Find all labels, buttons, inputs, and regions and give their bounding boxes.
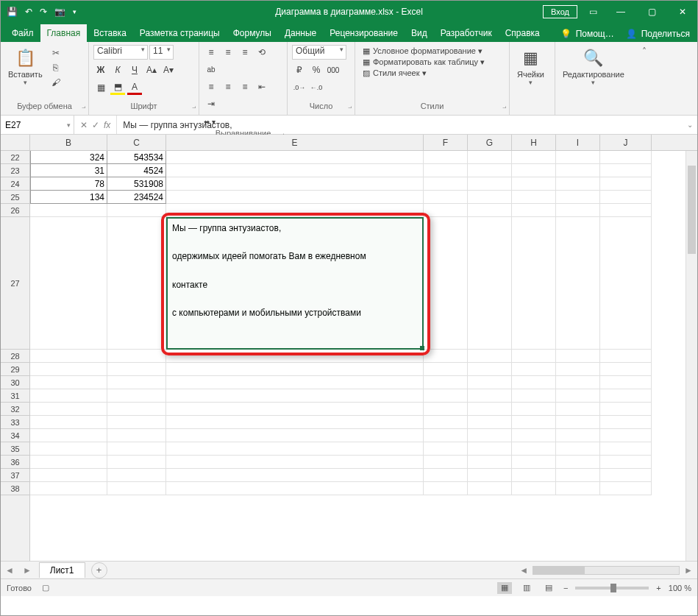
cell[interactable] xyxy=(556,403,600,416)
format-as-table-button[interactable]: ▦Форматировать как таблицу ▾ xyxy=(360,57,488,67)
cell[interactable]: 31 xyxy=(30,164,107,177)
cell[interactable] xyxy=(600,429,652,442)
zoom-out-button[interactable]: − xyxy=(563,584,568,592)
cell[interactable] xyxy=(600,403,652,416)
formula-input[interactable]: Мы — группа энтузиастов, xyxy=(117,120,683,130)
cell[interactable] xyxy=(600,204,652,217)
name-box[interactable]: E27 xyxy=(1,116,74,134)
decrease-indent-icon[interactable]: ⇤ xyxy=(254,79,269,94)
cell[interactable] xyxy=(424,151,468,164)
column-header[interactable]: E xyxy=(166,135,424,150)
cell[interactable]: 78 xyxy=(30,177,107,191)
cell[interactable] xyxy=(107,389,166,403)
cell[interactable] xyxy=(512,363,556,376)
zoom-thumb[interactable] xyxy=(610,584,616,592)
cell[interactable] xyxy=(468,177,512,191)
wrap-text-icon[interactable]: ab xyxy=(204,62,218,77)
cell[interactable] xyxy=(600,456,652,469)
select-all-corner[interactable] xyxy=(1,135,29,151)
cell[interactable]: 531908 xyxy=(107,177,166,191)
cell[interactable] xyxy=(30,350,107,363)
cell[interactable] xyxy=(600,151,652,164)
horizontal-scrollbar[interactable] xyxy=(533,566,680,575)
cancel-icon[interactable]: ✕ xyxy=(80,120,88,130)
cell[interactable] xyxy=(166,350,424,363)
cell[interactable] xyxy=(30,429,107,442)
cell[interactable] xyxy=(468,191,512,204)
cell[interactable] xyxy=(424,350,468,363)
row-header[interactable]: 32 xyxy=(1,403,29,416)
hscroll-left-icon[interactable]: ◄ xyxy=(519,565,528,576)
row-header[interactable]: 37 xyxy=(1,469,29,482)
cell[interactable] xyxy=(512,469,556,482)
cell[interactable] xyxy=(468,151,512,164)
cell[interactable] xyxy=(468,482,512,495)
cell[interactable] xyxy=(166,191,424,204)
align-bottom-icon[interactable]: ≡ xyxy=(238,45,252,60)
number-format-select[interactable]: Общий xyxy=(292,45,346,60)
row-header[interactable]: 28 xyxy=(1,350,29,363)
format-painter-icon[interactable]: 🖌 xyxy=(49,76,63,89)
cell[interactable] xyxy=(512,429,556,442)
add-sheet-button[interactable]: + xyxy=(91,562,107,578)
cell[interactable] xyxy=(424,204,468,217)
cell[interactable] xyxy=(166,456,424,469)
cell[interactable] xyxy=(166,403,424,416)
cell[interactable] xyxy=(424,456,468,469)
align-center-icon[interactable]: ≡ xyxy=(221,79,235,94)
cell[interactable] xyxy=(424,442,468,456)
cell[interactable] xyxy=(512,151,556,164)
cell[interactable] xyxy=(424,469,468,482)
hscroll-right-icon[interactable]: ► xyxy=(684,565,693,576)
font-name-select[interactable]: Calibri xyxy=(93,45,148,60)
cell[interactable] xyxy=(424,217,468,350)
conditional-formatting-button[interactable]: ▦Условное форматирование ▾ xyxy=(360,46,488,56)
cell[interactable] xyxy=(166,204,424,217)
cell[interactable] xyxy=(30,456,107,469)
tab-review[interactable]: Рецензирование xyxy=(323,24,405,42)
cell[interactable] xyxy=(166,389,424,403)
column-header[interactable]: C xyxy=(107,135,166,150)
cell[interactable] xyxy=(600,217,652,350)
close-button[interactable]: ✕ xyxy=(668,1,697,23)
cell[interactable]: 234524 xyxy=(107,191,166,204)
sheet-nav-prev-icon[interactable]: ◄ xyxy=(1,565,18,576)
row-header[interactable]: 38 xyxy=(1,482,29,495)
cell[interactable] xyxy=(468,456,512,469)
normal-view-icon[interactable]: ▦ xyxy=(497,582,512,594)
cell[interactable] xyxy=(107,204,166,217)
cell[interactable] xyxy=(424,164,468,177)
cell[interactable] xyxy=(468,204,512,217)
cell[interactable] xyxy=(424,363,468,376)
cell[interactable] xyxy=(30,403,107,416)
page-layout-view-icon[interactable]: ▥ xyxy=(519,582,534,594)
camera-icon[interactable]: 📷 xyxy=(54,7,65,17)
fill-color-icon[interactable]: ⬒ xyxy=(110,80,125,95)
cell[interactable] xyxy=(556,217,600,350)
cell[interactable] xyxy=(512,376,556,389)
cell[interactable] xyxy=(424,482,468,495)
cell[interactable] xyxy=(424,416,468,429)
cell[interactable] xyxy=(166,164,424,177)
cell[interactable] xyxy=(512,442,556,456)
cell[interactable] xyxy=(468,363,512,376)
row-header[interactable]: 29 xyxy=(1,363,29,376)
cell[interactable] xyxy=(468,389,512,403)
cell[interactable] xyxy=(424,429,468,442)
cell[interactable] xyxy=(468,403,512,416)
cell[interactable] xyxy=(556,442,600,456)
orientation-icon[interactable]: ⟲ xyxy=(254,45,269,60)
cell[interactable]: 543534 xyxy=(107,151,166,164)
cell[interactable] xyxy=(424,177,468,191)
cell[interactable] xyxy=(468,442,512,456)
cell[interactable] xyxy=(556,429,600,442)
tab-layout[interactable]: Разметка страницы xyxy=(133,24,227,42)
cell[interactable] xyxy=(512,191,556,204)
cell[interactable] xyxy=(512,456,556,469)
cell[interactable] xyxy=(166,469,424,482)
cell[interactable] xyxy=(30,204,107,217)
cut-icon[interactable]: ✂ xyxy=(49,46,63,60)
horizontal-scroll-thumb[interactable] xyxy=(533,567,585,574)
cell[interactable] xyxy=(107,469,166,482)
share-button[interactable]: Поделиться xyxy=(641,29,690,39)
